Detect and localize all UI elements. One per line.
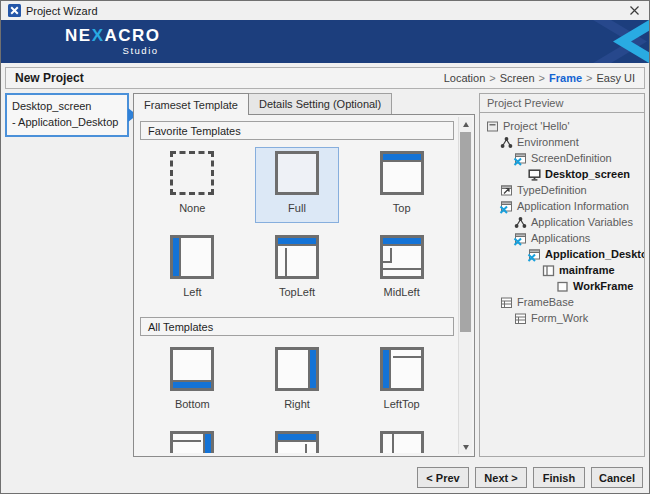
group-header-favorite-templates: Favorite Templates: [140, 121, 454, 140]
template-icon-segment: [278, 434, 316, 442]
tree-item-label: Applications: [531, 232, 590, 244]
template-item-left[interactable]: Left: [150, 231, 234, 307]
typedef-icon: [500, 184, 513, 197]
template-item-topleft[interactable]: TopLeft: [255, 231, 339, 307]
breadcrumb-item-easy-ui[interactable]: Easy UI: [596, 72, 635, 84]
close-icon[interactable]: [626, 3, 642, 18]
tree-item-framebase[interactable]: FrameBase: [480, 294, 644, 310]
winx-icon: [500, 200, 513, 213]
tree-item-application-desktop[interactable]: Application_Desktop: [480, 246, 644, 262]
tree-item-label: ScreenDefinition: [531, 152, 612, 164]
template-panel: Frameset TemplateDetails Setting (Option…: [133, 93, 475, 457]
template-item-topright[interactable]: [255, 427, 339, 453]
form-icon: [514, 312, 527, 325]
prev-button[interactable]: < Prev: [417, 467, 469, 488]
template-icon-segment: [278, 238, 316, 246]
breadcrumb-separator: >: [539, 72, 545, 84]
tree-item-form-work[interactable]: Form_Work: [480, 310, 644, 326]
template-item-none[interactable]: None: [150, 147, 234, 223]
workframe-icon: [556, 280, 569, 293]
scrollbar-thumb[interactable]: [460, 132, 471, 332]
tree-item-label: mainframe: [559, 264, 615, 276]
template-icon-segment: [393, 356, 421, 358]
project-wizard-dialog: Project Wizard NEXACRO Studio New Projec…: [0, 0, 650, 494]
template-item-label: Full: [288, 202, 306, 214]
winx-icon: [514, 232, 527, 245]
tree-item-mainframe[interactable]: mainframe: [480, 262, 644, 278]
tab-frameset-template[interactable]: Frameset Template: [133, 93, 249, 115]
tree-item-applications[interactable]: Applications: [480, 230, 644, 246]
template-item-right[interactable]: Right: [255, 343, 339, 419]
template-icon-segment: [203, 434, 211, 453]
next-button[interactable]: Next >: [475, 467, 527, 488]
cancel-button[interactable]: Cancel: [591, 467, 643, 488]
brand-subtitle: Studio: [65, 46, 161, 56]
right-template-icon: [275, 347, 319, 391]
breadcrumb-item-screen[interactable]: Screen: [500, 72, 535, 84]
tree-item-environment[interactable]: Environment: [480, 134, 644, 150]
tree-item-label: Environment: [517, 136, 579, 148]
template-item-leftbottom[interactable]: [360, 427, 444, 453]
template-item-righttop[interactable]: [150, 427, 234, 453]
page-title: New Project: [15, 71, 84, 85]
template-scroll-area: Favorite TemplatesNoneFullTopLeftTopLeft…: [138, 119, 456, 453]
monitor-icon: [528, 168, 541, 181]
lefttop-template-icon: [380, 347, 424, 391]
framebase-icon: [500, 296, 513, 309]
template-icon-segment: [383, 238, 421, 246]
scroll-down-icon[interactable]: [459, 440, 472, 454]
tree-item-application-variables[interactable]: Application Variables: [480, 214, 644, 230]
vertical-scrollbar[interactable]: [458, 117, 472, 454]
template-item-full[interactable]: Full: [255, 147, 339, 223]
template-item-top[interactable]: Top: [360, 147, 444, 223]
project-preview-tree: Project 'Hello'EnvironmentScreenDefiniti…: [479, 112, 645, 457]
bottom-template-icon: [170, 347, 214, 391]
template-item-label: TopLeft: [279, 286, 315, 298]
tree-item-label: Application Information: [517, 200, 629, 212]
tree-item-label: Form_Work: [531, 312, 588, 324]
screen-item-desktop[interactable]: Desktop_screen - Application_Desktop: [5, 93, 129, 137]
tab-details-setting-optional[interactable]: Details Setting (Optional): [249, 93, 392, 114]
template-item-lefttop[interactable]: LeftTop: [360, 343, 444, 419]
group-header-all-templates: All Templates: [140, 317, 454, 336]
tree-item-application-information[interactable]: Application Information: [480, 198, 644, 214]
finish-button[interactable]: Finish: [533, 467, 585, 488]
cluster-icon: [514, 216, 527, 229]
template-item-label: MidLeft: [384, 286, 420, 298]
breadcrumb: Location>Screen>Frame>Easy UI: [444, 72, 635, 84]
tree-item-desktop-screen[interactable]: Desktop_screen: [480, 166, 644, 182]
template-item-midleft[interactable]: MidLeft: [360, 231, 444, 307]
breadcrumb-item-location[interactable]: Location: [444, 72, 486, 84]
tree-item-label: Application Variables: [531, 216, 633, 228]
template-icon-segment: [278, 248, 287, 276]
tree-item-label: WorkFrame: [573, 280, 633, 292]
tree-item-screendefinition[interactable]: ScreenDefinition: [480, 150, 644, 166]
template-item-label: LeftTop: [384, 398, 420, 410]
breadcrumb-item-frame[interactable]: Frame: [549, 72, 582, 84]
tree-item-label: Application_Desktop: [545, 248, 645, 260]
brand-banner: NEXACRO Studio: [1, 20, 649, 63]
mainframe-icon: [542, 264, 555, 277]
topright-template-icon: [275, 431, 319, 453]
midleft-template-icon: [380, 235, 424, 279]
tree-item-label: FrameBase: [517, 296, 574, 308]
template-grid: NoneFullTopLeftTopLeftMidLeft: [140, 147, 454, 307]
template-icon-segment: [383, 154, 421, 162]
tree-item-project-hello[interactable]: Project 'Hello': [480, 118, 644, 134]
tree-item-label: Desktop_screen: [545, 168, 630, 180]
project-icon: [486, 120, 499, 133]
wizard-button-row: < PrevNext >FinishCancel: [417, 467, 643, 488]
template-item-bottom[interactable]: Bottom: [150, 343, 234, 419]
project-preview-panel: Project Preview Project 'Hello'Environme…: [479, 93, 645, 457]
left-template-icon: [170, 235, 214, 279]
nexacro-app-icon: [8, 4, 21, 17]
template-item-label: Top: [393, 202, 411, 214]
nexacro-studio-logo: NEXACRO Studio: [65, 27, 161, 56]
none-template-icon: [170, 151, 214, 195]
template-icon-segment: [305, 444, 307, 453]
scroll-up-icon[interactable]: [459, 117, 472, 131]
template-item-label: None: [179, 202, 205, 214]
tree-item-typedefinition[interactable]: TypeDefinition: [480, 182, 644, 198]
screen-list-panel: Desktop_screen - Application_Desktop: [5, 93, 129, 457]
tree-item-workframe[interactable]: WorkFrame: [480, 278, 644, 294]
